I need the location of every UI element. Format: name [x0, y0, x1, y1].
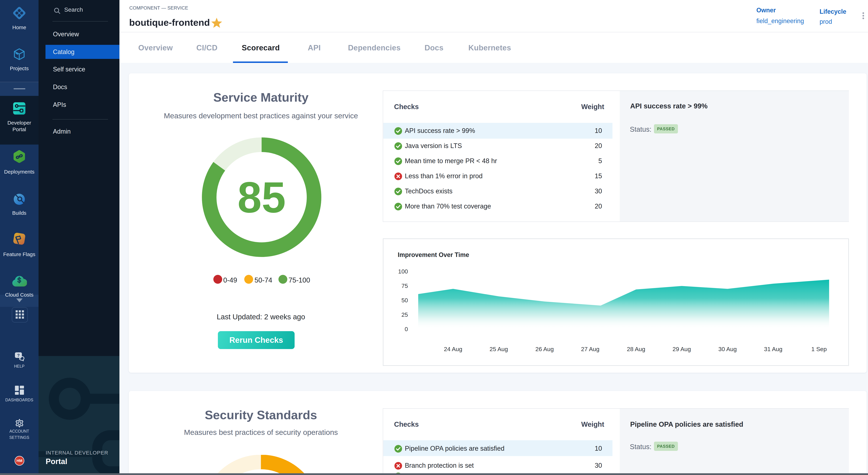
svg-text:?: ? [17, 353, 20, 358]
svg-text:85: 85 [238, 173, 286, 222]
